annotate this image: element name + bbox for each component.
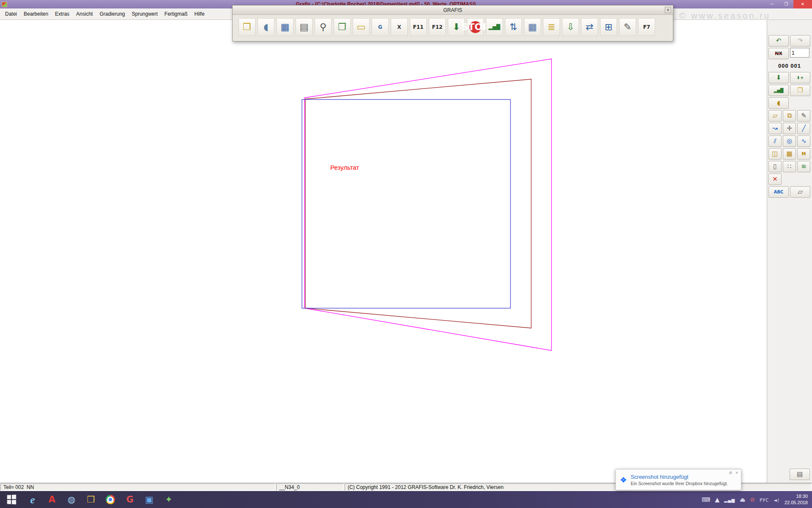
toolbar-record-pen-button[interactable]: ✎ [619,18,636,36]
sidebar-call-up-plus-button[interactable]: ⬇+ [790,72,810,83]
sidebar-abc-text-button[interactable]: ABC [768,186,789,198]
sidebar-nx-button[interactable]: NX [768,48,789,59]
window-controls: ─ ❒ ✕ [765,0,812,8]
sidebar-measurement-button[interactable]: M [797,148,810,160]
sidebar-part-tool-button[interactable]: ▱ [768,110,782,121]
plotter-icon: ▤ [797,471,803,478]
toolbar-print-button[interactable]: ▤ [296,18,313,36]
taskbar-acrobat-button[interactable]: A [42,491,62,508]
toolbar-f11-table-button[interactable]: F11 [410,18,427,36]
toolbar-measure-ruler-button[interactable]: ▭ [353,18,370,36]
sidebar-delete-part-button[interactable]: ✕ [768,174,782,185]
magenta-grade-outline[interactable] [304,59,551,351]
toast-close-button[interactable]: ✕ [735,471,738,475]
sidebar-open-part-button[interactable]: ❒ [790,85,810,96]
sidebar-call-up-button[interactable]: ⬇ [768,72,789,83]
screen: Grafis - [C:\Charlotte Rocher\ 2018\Dame… [0,0,812,508]
sidebar-two-parts-button[interactable]: ◫ [768,148,782,160]
toolbar-stop-button[interactable]: STOP [467,18,484,36]
taskbar-ie-button[interactable]: e [23,491,42,508]
tray-volume-icon[interactable]: ◄) [774,497,779,503]
menu-extras[interactable]: Extras [52,9,73,19]
sidebar-parts-stack-button[interactable]: ⧉ [783,110,796,121]
undo-redo-row: ↶ ↷ [768,35,811,47]
sidebar-grading-display-button[interactable]: ▂▅█ [768,85,789,96]
minimize-button[interactable]: ─ [765,0,779,8]
menu-gradierung[interactable]: Gradierung [96,9,128,19]
toolbar-layers-button[interactable]: ≣ [543,18,560,36]
toolbar-calculator-button[interactable]: ⊞ [600,18,617,36]
toolbar-save-button[interactable]: ▦ [277,18,294,36]
start-button[interactable] [0,491,23,508]
tray-language-button[interactable]: РУС [760,497,769,503]
toolbar-f7-measure-button[interactable]: F7 [638,18,655,36]
sidebar-line-button[interactable]: ╱ [797,123,810,134]
menu-bearbeiten[interactable]: Bearbeiten [20,9,52,19]
toolbar-size-table-button[interactable]: ▦ [524,18,541,36]
taskbar: e A ◍ ❒ ● G ▣ ✦ ⌨ [0,491,812,508]
tray-network-icon[interactable]: ▂▄▆ [724,497,735,503]
grafis-toolbar-titlebar[interactable]: GRAFIS x [233,6,673,15]
toast-controls: ⚙ ✕ [729,471,738,475]
drawing-canvas[interactable]: Результат [0,20,767,483]
result-label: Результат [330,164,359,171]
grafis-toolbar-close-button[interactable]: x [665,7,671,13]
toast-text: Screenshot hinzugefügt Ein Screenshot wu… [631,474,728,486]
toast-settings-button[interactable]: ⚙ [729,471,732,475]
sidebar-plotter-button[interactable]: ▤ [790,469,810,480]
sidebar-points-button[interactable]: ∷ [783,161,796,172]
menu-hilfe[interactable]: Hilfe [191,9,208,19]
status-value-field: __N34_0 [276,483,344,491]
toast-body: Ein Screenshot wurde Ihrer Dropbox hinzu… [631,481,728,486]
taskbar-explorer-button[interactable]: ❒ [81,491,101,508]
toolbar-open-button[interactable]: ❒ [239,18,255,36]
grafis-toolbar-window: GRAFIS x ❒ ◖ ▦ ▤ ⚲ ❐ ▭ G [232,5,673,41]
toolbar-export-button[interactable]: ⇩ [562,18,579,36]
tray-clock[interactable]: 18:30 22.05.2018 [785,493,808,506]
grafis-toolbar-icons: ❒ ◖ ▦ ▤ ⚲ ❐ ▭ G X F11 [233,15,673,39]
toolbar-delete-values-button[interactable]: X [391,18,408,36]
toolbar-zoom-button[interactable]: ⚲ [315,18,332,36]
menu-sprungwert[interactable]: Sprungwert [128,9,161,19]
tray-no-connection-icon[interactable]: ⊘ [750,497,755,503]
sidebar-part-edit-button[interactable]: ✎ [797,110,810,121]
tray-eject-icon[interactable]: ⏏ [740,497,745,503]
nx-icon: NX [775,51,782,56]
red-grade-outline[interactable] [305,79,531,328]
toolbar-statistics-button[interactable]: ▂▅█ [486,18,503,36]
sidebar-curve-arrow-button[interactable]: ↝ [768,123,782,134]
taskbar-app-green-button[interactable]: ✦ [159,491,178,508]
taskbar-chrome-button[interactable]: ● [101,491,120,508]
tray-hidden-icons-button[interactable]: ▲ [715,497,719,503]
sidebar-curve-button[interactable]: ∿ [797,135,810,147]
menu-datei[interactable]: Datei [2,9,20,19]
taskbar-grafis-button[interactable]: G [120,491,140,508]
toolbar-window-view-button[interactable]: ❐ [334,18,351,36]
tray-keyboard-icon[interactable]: ⌨ [702,497,710,503]
sidebar-parts-grid-button[interactable]: ▦ [783,148,796,160]
toolbar-piece-button[interactable]: ◖ [258,18,274,36]
close-button[interactable]: ✕ [793,0,812,8]
menu-fertigmass[interactable]: Fertigmaß [161,9,191,19]
toolbar-grading-table-button[interactable]: G [372,18,389,36]
sidebar-piece-button[interactable]: ◖ [768,97,789,109]
taskbar-globe-button[interactable]: ◍ [62,491,81,508]
sidebar-fold-button[interactable]: ▱ [790,186,810,198]
sidebar-cross-point-button[interactable]: ✛ [783,123,796,134]
sidebar-circle-button[interactable]: ◎ [783,135,796,147]
blue-base-outline[interactable] [302,99,510,308]
taskbar-remote-button[interactable]: ▣ [140,491,159,508]
toolbar-arrange-button[interactable]: ⇄ [581,18,598,36]
sidebar-parallel-button[interactable]: ⫽ [768,135,782,147]
sidebar-redo-button[interactable]: ↷ [790,35,810,47]
menu-ansicht[interactable]: Ansicht [73,9,96,19]
maximize-button[interactable]: ❒ [779,0,793,8]
toolbar-f12-table-button[interactable]: F12 [429,18,446,36]
sidebar-layers-button[interactable]: ≋ [797,161,810,172]
sidebar-ruler-button[interactable]: ▯ [768,161,782,172]
toolbar-model-button[interactable]: ⇅ [505,18,522,36]
sidebar-undo-button[interactable]: ↶ [768,35,789,47]
tool-grid: ▱ ⧉ ✎ ↝ ✛ ╱ ⫽ ◎ ∿ ◫ [768,110,811,185]
sidebar-number-input[interactable] [790,48,809,58]
sidebar-bottom: ▤ [768,469,811,480]
